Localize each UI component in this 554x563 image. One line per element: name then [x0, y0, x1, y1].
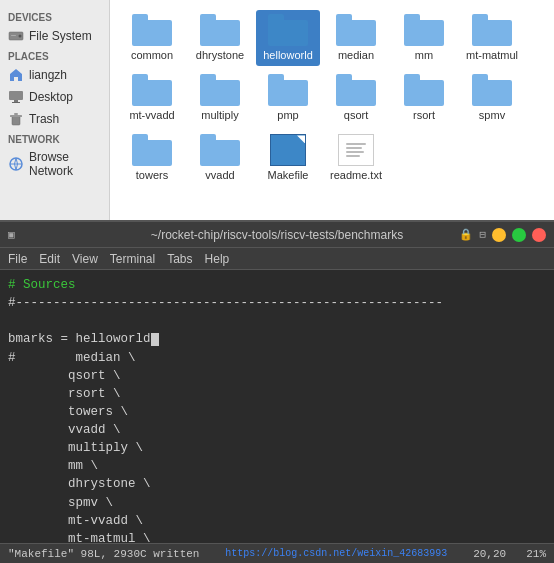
term-line-vvadd: vvadd \ — [8, 421, 546, 439]
menu-view[interactable]: View — [72, 252, 98, 266]
folder-towers[interactable]: towers — [120, 130, 184, 186]
maximize-button[interactable] — [512, 228, 526, 242]
folder-rsort-label: rsort — [413, 109, 435, 122]
makefile-icon — [270, 134, 306, 166]
term-line-spmv: spmv \ — [8, 494, 546, 512]
folder-vvadd[interactable]: vvadd — [188, 130, 252, 186]
folder-icon — [336, 14, 376, 46]
folder-mt-matmul[interactable]: mt-matmul — [460, 10, 524, 66]
svg-rect-4 — [14, 100, 18, 102]
home-icon — [8, 67, 24, 83]
folder-icon — [472, 74, 512, 106]
terminal-title: ~/rocket-chip/riscv-tools/riscv-tests/be… — [151, 228, 403, 242]
folder-mt-matmul-label: mt-matmul — [466, 49, 518, 62]
file-grid: common dhrystone helloworld — [120, 10, 544, 187]
folder-mm-label: mm — [415, 49, 433, 62]
term-line-qsort: qsort \ — [8, 367, 546, 385]
terminal-statusbar: "Makefile" 98L, 2930C written https://bl… — [0, 543, 554, 563]
term-line-towers: towers \ — [8, 403, 546, 421]
term-line-blank1 — [8, 312, 546, 330]
desktop-icon — [8, 89, 24, 105]
terminal-menubar: File Edit View Terminal Tabs Help — [0, 248, 554, 270]
places-section: PLACES — [0, 47, 109, 64]
terminal-left-controls: ▣ — [8, 228, 15, 241]
folder-dhrystone[interactable]: dhrystone — [188, 10, 252, 66]
sidebar-item-network[interactable]: Browse Network — [0, 147, 109, 181]
file-makefile-label: Makefile — [268, 169, 309, 182]
sidebar-item-filesystem[interactable]: File System — [0, 25, 109, 47]
folder-common-label: common — [131, 49, 173, 62]
menu-terminal[interactable]: Terminal — [110, 252, 155, 266]
svg-point-1 — [19, 35, 22, 38]
minimize-button[interactable] — [492, 228, 506, 242]
terminal: ▣ ~/rocket-chip/riscv-tools/riscv-tests/… — [0, 220, 554, 563]
menu-file[interactable]: File — [8, 252, 27, 266]
folder-towers-label: towers — [136, 169, 168, 182]
hdd-icon — [8, 28, 24, 44]
menu-edit[interactable]: Edit — [39, 252, 60, 266]
svg-rect-2 — [11, 35, 16, 36]
folder-helloworld[interactable]: helloworld — [256, 10, 320, 66]
folder-spmv-label: spmv — [479, 109, 505, 122]
file-area: common dhrystone helloworld — [110, 0, 554, 220]
folder-icon — [472, 14, 512, 46]
folder-mt-vvadd-label: mt-vvadd — [129, 109, 174, 122]
sidebar: DEVICES File System PLACES liangzh Deskt… — [0, 0, 110, 220]
sidebar-item-trash[interactable]: Trash — [0, 108, 109, 130]
file-makefile[interactable]: Makefile — [256, 130, 320, 186]
folder-icon — [268, 74, 308, 106]
file-readme-label: readme.txt — [330, 169, 382, 182]
folder-vvadd-label: vvadd — [205, 169, 234, 182]
svg-rect-6 — [12, 116, 20, 125]
folder-mm[interactable]: mm — [392, 10, 456, 66]
sidebar-item-desktop[interactable]: Desktop — [0, 86, 109, 108]
folder-helloworld-label: helloworld — [263, 49, 313, 62]
term-cursor — [151, 333, 159, 346]
folder-qsort[interactable]: qsort — [324, 70, 388, 126]
terminal-titlebar: ▣ ~/rocket-chip/riscv-tools/riscv-tests/… — [0, 222, 554, 248]
svg-rect-5 — [12, 102, 20, 103]
svg-rect-3 — [9, 91, 23, 100]
menu-tabs[interactable]: Tabs — [167, 252, 192, 266]
folder-icon — [200, 14, 240, 46]
trash-icon — [8, 111, 24, 127]
term-line-median: # median \ — [8, 349, 546, 367]
menu-help[interactable]: Help — [205, 252, 230, 266]
status-watermark: https://blog.csdn.net/weixin_42683993 — [225, 548, 447, 559]
terminal-lock-icon: 🔒 — [459, 228, 473, 241]
network-section: NETWORK — [0, 130, 109, 147]
term-line-mtmatmul: mt-matmul \ — [8, 530, 546, 543]
status-percent: 21% — [526, 548, 546, 560]
txt-icon — [338, 134, 374, 166]
folder-icon — [132, 74, 172, 106]
folder-icon — [404, 14, 444, 46]
folder-pmp-label: pmp — [277, 109, 298, 122]
network-label: Browse Network — [29, 150, 101, 178]
folder-multiply-label: multiply — [201, 109, 238, 122]
folder-pmp[interactable]: pmp — [256, 70, 320, 126]
term-line-mm: mm \ — [8, 457, 546, 475]
desktop-label: Desktop — [29, 90, 73, 104]
file-readme[interactable]: readme.txt — [324, 130, 388, 186]
devices-section: DEVICES — [0, 8, 109, 25]
folder-rsort[interactable]: rsort — [392, 70, 456, 126]
folder-icon — [132, 134, 172, 166]
folder-median-label: median — [338, 49, 374, 62]
close-button[interactable] — [532, 228, 546, 242]
terminal-body[interactable]: # Sources #-----------------------------… — [0, 270, 554, 543]
folder-median[interactable]: median — [324, 10, 388, 66]
folder-multiply[interactable]: multiply — [188, 70, 252, 126]
folder-qsort-label: qsort — [344, 109, 368, 122]
folder-mt-vvadd[interactable]: mt-vvadd — [120, 70, 184, 126]
folder-spmv[interactable]: spmv — [460, 70, 524, 126]
term-line-bmarks: bmarks = helloworld — [8, 330, 546, 348]
term-line-multiply: multiply \ — [8, 439, 546, 457]
term-line-sep1: #---------------------------------------… — [8, 294, 546, 312]
terminal-window-icon: ▣ — [8, 228, 15, 241]
svg-rect-8 — [14, 113, 18, 115]
folder-common[interactable]: common — [120, 10, 184, 66]
folder-icon — [268, 14, 308, 46]
sidebar-item-home[interactable]: liangzh — [0, 64, 109, 86]
home-label: liangzh — [29, 68, 67, 82]
folder-icon — [336, 74, 376, 106]
